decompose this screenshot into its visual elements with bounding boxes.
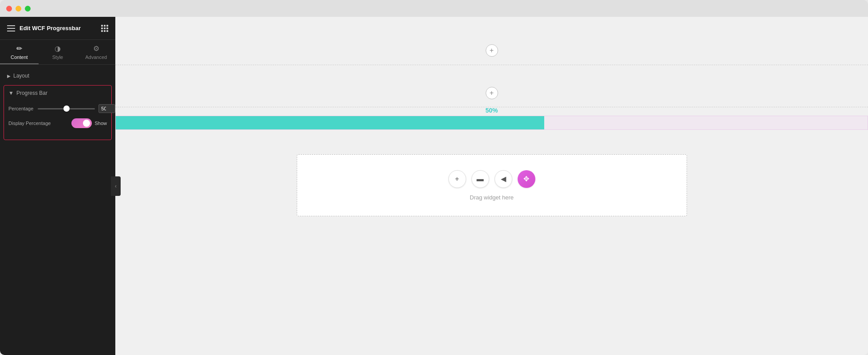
main-layout: Edit WCF Progressbar ✏ Content ◑ Style: [0, 17, 868, 355]
app-window: Edit WCF Progressbar ✏ Content ◑ Style: [0, 0, 868, 355]
titlebar: [0, 0, 868, 17]
move-button[interactable]: ✥: [518, 170, 535, 188]
back-button[interactable]: ◀: [495, 170, 512, 188]
grid-icon[interactable]: [101, 25, 108, 32]
sidebar-header: Edit WCF Progressbar: [0, 17, 115, 40]
percentage-label: Percentage: [8, 106, 33, 111]
progress-bar-wrapper: [115, 116, 868, 130]
percentage-display: 50%: [115, 107, 868, 114]
progress-bar-label: Progress Bar: [16, 90, 47, 96]
layout-arrow-icon: ▶: [7, 74, 11, 78]
add-icon: +: [455, 175, 459, 183]
close-button[interactable]: [6, 6, 12, 12]
sidebar-header-left: Edit WCF Progressbar: [7, 25, 81, 31]
hamburger-icon[interactable]: [7, 25, 15, 31]
display-percentage-row: Display Percentage Show: [8, 118, 107, 128]
tab-advanced[interactable]: ⚙ Advanced: [77, 40, 115, 64]
progress-bar-header[interactable]: ▼ Progress Bar: [4, 86, 111, 101]
layout-section-header[interactable]: ▶ Layout: [0, 68, 115, 83]
folder-button[interactable]: ▬: [471, 170, 489, 188]
progress-bar-fill: [116, 116, 544, 129]
percentage-slider[interactable]: [38, 108, 95, 109]
display-percentage-toggle[interactable]: [71, 118, 92, 128]
toggle-show-label: Show: [94, 121, 107, 126]
minimize-button[interactable]: [16, 6, 21, 12]
progress-section: 50%: [115, 107, 868, 130]
display-percentage-label: Display Percentage: [8, 121, 51, 126]
back-arrow-icon: ◀: [501, 175, 506, 183]
plus-icon-top: +: [490, 47, 494, 55]
sidebar-title: Edit WCF Progressbar: [20, 25, 81, 31]
sidebar: Edit WCF Progressbar ✏ Content ◑ Style: [0, 17, 115, 355]
percentage-number-input[interactable]: [98, 104, 115, 113]
top-divider: [115, 65, 868, 65]
add-section-button-middle[interactable]: +: [486, 87, 498, 99]
toggle-slider: [71, 118, 92, 128]
move-icon: ✥: [523, 175, 529, 183]
sidebar-tabs: ✏ Content ◑ Style ⚙ Advanced: [0, 40, 115, 65]
tab-style-label: Style: [52, 55, 63, 60]
style-icon: ◑: [55, 44, 61, 53]
layout-label: Layout: [13, 73, 29, 79]
sidebar-content: ▶ Layout ▼ Progress Bar Percentage: [0, 65, 115, 355]
gear-icon: ⚙: [93, 44, 99, 53]
progress-bar-content: Percentage Display Percentage: [4, 101, 111, 140]
tab-style[interactable]: ◑ Style: [39, 40, 77, 64]
percentage-row: Percentage: [8, 104, 107, 113]
drop-zone-buttons: + ▬ ◀ ✥: [448, 170, 535, 188]
drop-zone-text: Drag widget here: [470, 194, 514, 201]
tab-content[interactable]: ✏ Content: [0, 40, 39, 64]
canvas-area: + + 50% +: [115, 17, 868, 355]
drop-zone[interactable]: + ▬ ◀ ✥ Drag widget here: [297, 154, 687, 216]
tab-advanced-label: Advanced: [85, 55, 107, 60]
collapse-arrow-icon: ‹: [115, 183, 117, 189]
maximize-button[interactable]: [25, 6, 31, 12]
add-section-button-top[interactable]: +: [486, 44, 498, 57]
slider-container: [38, 104, 115, 113]
canvas-inner: + + 50% +: [115, 17, 868, 355]
collapse-handle[interactable]: ‹: [111, 176, 121, 196]
progress-bar-arrow-icon: ▼: [8, 90, 14, 96]
pencil-icon: ✏: [16, 44, 22, 53]
folder-icon: ▬: [477, 175, 484, 183]
tab-content-label: Content: [11, 55, 28, 60]
add-widget-button[interactable]: +: [448, 170, 466, 188]
toggle-container: Show: [71, 118, 107, 128]
progress-bar-section: ▼ Progress Bar Percentage: [4, 85, 112, 140]
plus-icon-middle: +: [490, 89, 494, 97]
